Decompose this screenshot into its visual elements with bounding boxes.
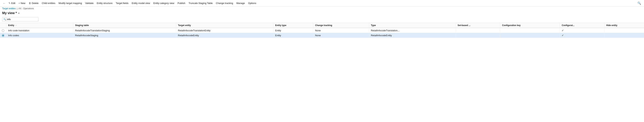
manage-button[interactable]: Manage	[235, 1, 246, 5]
page-title-text: My view	[2, 11, 15, 15]
table-row[interactable]: Info codes RetailInfocodeStaging RetailI…	[0, 33, 644, 38]
entity-model-view-button[interactable]: Entity model view	[130, 1, 152, 5]
search-icon: 🔍	[638, 2, 641, 5]
col-header-set-based[interactable]: Set-based ...	[456, 23, 500, 28]
col-header-type[interactable]: Type	[369, 23, 456, 28]
breadcrumb-current: AX : Operations	[18, 7, 34, 10]
delete-icon: 🗑	[29, 2, 31, 4]
cell-hide-entity-1	[604, 28, 644, 33]
breadcrumb-separator: |	[17, 7, 18, 10]
cell-type-1: Entity	[273, 28, 313, 33]
grid-body: Info code translation RetailInfocodeTran…	[0, 28, 644, 38]
new-icon: +	[18, 2, 20, 4]
col-header-staging-table[interactable]: Staging table	[73, 23, 176, 28]
cell-config-key-2	[500, 33, 560, 38]
grid-header: Entity ↑ Staging table Target entity Ent…	[0, 23, 644, 28]
col-header-hide-entity[interactable]: Hide entity	[604, 23, 644, 28]
entity-structure-button[interactable]: Entity structure	[95, 1, 114, 5]
cell-set-based-1	[456, 28, 500, 33]
cell-configuration-1: ✓	[560, 28, 604, 33]
col-header-config-key[interactable]: Configuration key	[500, 23, 560, 28]
target-fields-button[interactable]: Target fields	[114, 1, 130, 5]
cell-config-key-1	[500, 28, 560, 33]
validate-label: Validate	[85, 2, 94, 4]
col-header-target-entity[interactable]: Target entity	[176, 23, 273, 28]
modify-target-button[interactable]: Modify target mapping	[57, 1, 84, 5]
entity-category-view-label: Entity category view	[154, 2, 174, 4]
entity-structure-label: Entity structure	[97, 2, 112, 4]
back-icon: ←	[3, 2, 5, 4]
truncate-staging-label: Truncate Staging Table	[188, 2, 213, 4]
col-header-change-tracking[interactable]: Change tracking	[313, 23, 369, 28]
options-button[interactable]: Options	[247, 1, 258, 5]
cell-set-based-2	[456, 33, 500, 38]
change-tracking-button[interactable]: Change tracking	[214, 1, 234, 5]
filter-bar: 🔍	[0, 16, 644, 23]
publish-button[interactable]: Publish	[176, 1, 187, 5]
new-button[interactable]: + New	[17, 1, 27, 5]
radio-icon-1	[2, 29, 4, 32]
child-entities-button[interactable]: Child entities	[40, 1, 57, 5]
cell-entity-type-1: RetailInfocodeTranslation...	[369, 28, 456, 33]
filter-search-input[interactable]	[7, 18, 37, 21]
truncate-staging-button[interactable]: Truncate Staging Table	[187, 1, 214, 5]
breadcrumb-parent[interactable]: Target entities	[2, 7, 16, 10]
toolbar-search-button[interactable]: 🔍	[636, 1, 642, 5]
col-header-configuration[interactable]: Configurat...	[560, 23, 604, 28]
toolbar: ← ✎ Edit + New 🗑 Delete Child entities M…	[0, 0, 644, 6]
title-dropdown-button[interactable]: ▾	[18, 12, 20, 14]
delete-label: Delete	[32, 2, 38, 4]
new-label: New	[21, 2, 26, 4]
cell-entity-type-2: RetailInfocodeEntity	[369, 33, 456, 38]
radio-icon-2	[2, 34, 4, 37]
cell-configuration-2: ✓	[560, 33, 604, 38]
entity-category-view-button[interactable]: Entity category view	[152, 1, 176, 5]
page-title: My view *	[2, 11, 17, 15]
entity-model-view-label: Entity model view	[132, 2, 150, 4]
cell-hide-entity-2	[604, 33, 644, 38]
back-button[interactable]: ←	[2, 1, 7, 5]
cell-target-2: RetailInfocodeEntity	[176, 33, 273, 38]
cell-staging-1: RetailInfocodeTranslationStaging	[73, 28, 176, 33]
col-header-entity[interactable]: Entity ↑	[6, 23, 73, 28]
cell-staging-2: RetailInfocodeStaging	[73, 33, 176, 38]
filter-search-icon: 🔍	[4, 18, 6, 21]
manage-label: Manage	[236, 2, 245, 4]
breadcrumb: Target entities | AX : Operations	[0, 6, 644, 10]
edit-button[interactable]: ✎ Edit	[7, 1, 17, 5]
change-tracking-label: Change tracking	[216, 2, 233, 4]
edit-icon: ✎	[8, 2, 10, 4]
row-selector-2[interactable]	[0, 33, 6, 38]
publish-label: Publish	[178, 2, 185, 4]
checkmark-1: ✓	[562, 29, 564, 32]
page-title-modified: *	[15, 11, 17, 15]
cell-entity-1: Info code translation	[6, 28, 73, 33]
col-header-entity-type[interactable]: Entity type	[273, 23, 313, 28]
target-fields-label: Target fields	[116, 2, 128, 4]
cell-entity-2: Info codes	[6, 33, 73, 38]
row-selector-1[interactable]	[0, 28, 6, 33]
cell-target-1: RetailInfocodeTranslationEntity	[176, 28, 273, 33]
page-header: My view * ▾	[0, 10, 644, 16]
child-entities-label: Child entities	[42, 2, 55, 4]
validate-button[interactable]: Validate	[84, 1, 95, 5]
checkmark-2: ✓	[562, 34, 564, 37]
options-label: Options	[248, 2, 256, 4]
table-row[interactable]: Info code translation RetailInfocodeTran…	[0, 28, 644, 33]
col-header-selector	[0, 23, 6, 28]
cell-change-tracking-2: None	[313, 33, 369, 38]
data-grid: Entity ↑ Staging table Target entity Ent…	[0, 23, 644, 38]
cell-change-tracking-1: None	[313, 28, 369, 33]
filter-search-box: 🔍	[2, 17, 38, 21]
cell-type-2: Entity	[273, 33, 313, 38]
delete-button[interactable]: 🗑 Delete	[27, 1, 40, 5]
entity-sort-icon: ↑	[16, 24, 16, 26]
modify-target-label: Modify target mapping	[58, 2, 82, 4]
edit-label: Edit	[11, 2, 15, 4]
